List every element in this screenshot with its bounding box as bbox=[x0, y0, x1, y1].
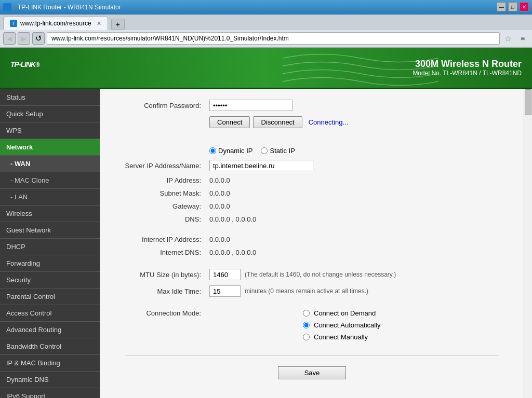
connect-on-demand-label: Connect on Demand bbox=[314, 309, 376, 317]
sidebar-item-wireless[interactable]: Wireless bbox=[0, 205, 100, 222]
internet-ip-value: 0.0.0.0 bbox=[209, 236, 230, 243]
minimize-button[interactable]: — bbox=[497, 2, 506, 11]
confirm-password-row: Confirm Password: bbox=[116, 100, 508, 111]
reload-button[interactable]: ↺ bbox=[32, 32, 45, 45]
confirm-password-input[interactable] bbox=[209, 100, 292, 111]
static-ip-radio[interactable] bbox=[261, 147, 268, 154]
logo-text: TP-LINK bbox=[10, 60, 35, 68]
ip-address-value: 0.0.0.0 bbox=[209, 176, 230, 184]
back-icon: ◀ bbox=[7, 35, 12, 43]
connect-on-demand-option[interactable]: Connect on Demand bbox=[303, 309, 381, 317]
mtu-label: MTU Size (in bytes): bbox=[116, 271, 209, 279]
mtu-input[interactable] bbox=[209, 269, 241, 280]
reload-icon: ↺ bbox=[35, 34, 42, 43]
browser-title: TP-LINK Router - WR841N Simulator bbox=[18, 4, 121, 11]
scrollbar-thumb[interactable] bbox=[525, 89, 531, 115]
ip-address-label: IP Address: bbox=[116, 176, 209, 184]
internet-dns-row: Internet DNS: 0.0.0.0 , 0.0.0.0 bbox=[116, 249, 508, 256]
dynamic-ip-radio[interactable] bbox=[209, 147, 216, 154]
favicon-icon: T bbox=[12, 21, 15, 26]
sidebar-item-forwarding[interactable]: Forwarding bbox=[0, 255, 100, 272]
active-tab[interactable]: T www.tp-link.com/resource ✕ bbox=[3, 17, 108, 30]
sidebar-item-ipv6-support[interactable]: IPv6 Support bbox=[0, 388, 100, 398]
sidebar-item-bandwidth-control[interactable]: Bandwidth Control bbox=[0, 338, 100, 355]
save-row: Save bbox=[116, 366, 508, 379]
max-idle-row: Max Idle Time: minutes (0 means remain a… bbox=[116, 285, 508, 297]
ip-type-radio-row: Dynamic IP Static IP bbox=[209, 147, 508, 155]
internet-ip-row: Internet IP Address: 0.0.0.0 bbox=[116, 236, 508, 243]
sidebar-item-lan[interactable]: - LAN bbox=[0, 189, 100, 205]
gateway-value: 0.0.0.0 bbox=[209, 202, 230, 210]
content-area: Confirm Password: Connect Disconnect Con… bbox=[100, 89, 532, 398]
forward-icon: ▶ bbox=[21, 35, 26, 43]
back-button[interactable]: ◀ bbox=[3, 32, 16, 45]
connect-automatically-option[interactable]: Connect Automatically bbox=[303, 321, 381, 329]
mtu-hint: (The default is 1460, do not change unle… bbox=[245, 271, 396, 278]
maximize-button[interactable]: □ bbox=[508, 2, 517, 11]
max-idle-input[interactable] bbox=[209, 285, 241, 297]
max-idle-label: Max Idle Time: bbox=[116, 287, 209, 295]
close-button[interactable]: ✕ bbox=[520, 2, 529, 11]
new-tab-button[interactable]: + bbox=[111, 19, 125, 30]
sidebar-item-advanced-routing[interactable]: Advanced Routing bbox=[0, 322, 100, 338]
save-button[interactable]: Save bbox=[278, 366, 347, 379]
sidebar-item-wps[interactable]: WPS bbox=[0, 122, 100, 139]
spacer4 bbox=[116, 302, 508, 309]
internet-ip-label: Internet IP Address: bbox=[116, 236, 209, 243]
connect-manually-option[interactable]: Connect Manually bbox=[303, 333, 381, 341]
ip-address-row: IP Address: 0.0.0.0 bbox=[116, 176, 508, 184]
mtu-row: MTU Size (in bytes): (The default is 146… bbox=[116, 269, 508, 280]
sidebar-item-security[interactable]: Security bbox=[0, 272, 100, 289]
sidebar-item-guest-network[interactable]: Guest Network bbox=[0, 222, 100, 239]
connect-button[interactable]: Connect bbox=[209, 116, 250, 128]
connect-automatically-radio[interactable] bbox=[303, 322, 310, 328]
connecting-status: Connecting... bbox=[309, 118, 349, 126]
connect-manually-radio[interactable] bbox=[303, 334, 310, 340]
dynamic-ip-label: Dynamic IP bbox=[218, 147, 252, 155]
disconnect-button[interactable]: Disconnect bbox=[253, 116, 302, 128]
forward-button[interactable]: ▶ bbox=[18, 32, 30, 45]
connect-automatically-label: Connect Automatically bbox=[314, 321, 381, 329]
sidebar-item-wan[interactable]: - WAN bbox=[0, 156, 100, 172]
new-tab-icon: + bbox=[116, 20, 120, 29]
internet-dns-value: 0.0.0.0 , 0.0.0.0 bbox=[209, 249, 256, 256]
dns-label: DNS: bbox=[116, 215, 209, 223]
spacer2 bbox=[116, 228, 508, 236]
connect-on-demand-radio[interactable] bbox=[303, 310, 310, 317]
server-ip-input[interactable] bbox=[209, 160, 313, 171]
maximize-icon: □ bbox=[511, 4, 514, 10]
max-idle-hint: minutes (0 means remain active at all ti… bbox=[245, 287, 368, 295]
sidebar-item-access-control[interactable]: Access Control bbox=[0, 305, 100, 322]
menu-icon: ≡ bbox=[521, 34, 525, 43]
scrollbar-track[interactable] bbox=[524, 89, 532, 398]
address-bar[interactable] bbox=[47, 32, 500, 45]
subnet-mask-row: Subnet Mask: 0.0.0.0 bbox=[116, 189, 508, 197]
header-decoration bbox=[283, 48, 438, 89]
spacer1 bbox=[116, 133, 508, 139]
tab-close-button[interactable]: ✕ bbox=[97, 20, 101, 27]
spacer3 bbox=[116, 262, 508, 269]
gateway-label: Gateway: bbox=[116, 202, 209, 210]
sidebar-item-ip-mac-binding[interactable]: IP & MAC Binding bbox=[0, 355, 100, 372]
static-ip-option[interactable]: Static IP bbox=[261, 147, 295, 155]
sidebar-item-mac-clone[interactable]: - MAC Clone bbox=[0, 172, 100, 189]
sidebar-item-status[interactable]: Status bbox=[0, 89, 100, 106]
section-divider bbox=[126, 355, 498, 356]
connect-buttons-row: Connect Disconnect Connecting... bbox=[116, 116, 508, 128]
confirm-password-label: Confirm Password: bbox=[116, 102, 209, 109]
sidebar-item-dhcp[interactable]: DHCP bbox=[0, 239, 100, 255]
sidebar-item-parental-control[interactable]: Parental Control bbox=[0, 289, 100, 305]
static-ip-label: Static IP bbox=[270, 147, 295, 155]
window-controls: — □ ✕ bbox=[497, 2, 529, 11]
sidebar-item-quick-setup[interactable]: Quick Setup bbox=[0, 106, 100, 122]
bookmark-button[interactable]: ☆ bbox=[502, 32, 514, 45]
tp-link-logo: TP-LINK® bbox=[10, 58, 39, 77]
tab-favicon: T bbox=[10, 20, 17, 27]
sidebar-item-dynamic-dns[interactable]: Dynamic DNS bbox=[0, 372, 100, 388]
browser-menu-button[interactable]: ≡ bbox=[516, 32, 529, 45]
browser-icon bbox=[3, 3, 11, 11]
sidebar-item-network[interactable]: Network bbox=[0, 139, 100, 156]
server-ip-label: Server IP Address/Name: bbox=[116, 162, 209, 170]
dynamic-ip-option[interactable]: Dynamic IP bbox=[209, 147, 252, 155]
router-header: TP-LINK® 300M Wireless N Router Model No… bbox=[0, 48, 532, 89]
